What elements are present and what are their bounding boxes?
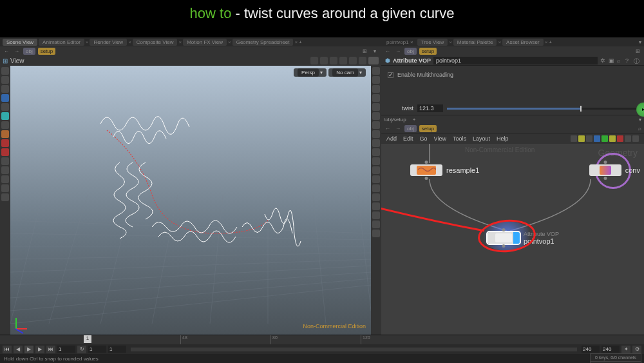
select-icon[interactable] [1,67,9,75]
nav-fwd-icon[interactable]: → [394,126,402,132]
range-end-field[interactable]: 240 [582,346,600,353]
camera-dropdown[interactable]: Persp ▾ [294,68,327,77]
tool-icon[interactable] [339,57,347,64]
net-tool-icon[interactable] [617,135,623,142]
search-icon[interactable]: ⌕ [638,126,641,132]
tool-icon[interactable] [1,157,9,165]
tab-asset-browser[interactable]: Asset Browser [502,39,544,46]
tab-composite[interactable]: Composite View [133,39,178,46]
menu-add[interactable]: Add [386,135,397,142]
pin-icon[interactable]: ⊞ [361,48,368,54]
tool-icon[interactable] [1,139,9,147]
tab-anim-editor[interactable]: Animation Editor [39,39,84,46]
key-icon[interactable]: ✦ [621,346,630,353]
tab-tree-view[interactable]: Tree View [417,39,448,46]
display-icon[interactable] [372,221,380,228]
end-frame-field[interactable]: 240 [601,346,620,353]
menu-help[interactable]: Help [497,135,509,142]
display-dropdown[interactable]: No cam ▾ [328,68,366,77]
display-icon[interactable] [372,193,380,201]
node-convert[interactable]: conv [589,164,640,176]
net-tool-icon[interactable] [609,135,616,142]
display-icon[interactable] [372,157,380,165]
display-icon[interactable] [372,67,380,75]
display-icon[interactable] [372,202,380,210]
tool-icon[interactable] [320,57,328,64]
crumb-setup[interactable]: setup [419,48,437,55]
info-icon[interactable]: ⓘ [634,57,640,64]
tab-material-palette[interactable]: Material Palette [453,39,497,46]
net-tool-icon[interactable] [571,135,577,142]
current-frame-field[interactable]: 1 [57,346,75,353]
display-icon[interactable] [372,211,380,219]
net-tool-icon[interactable] [594,135,600,142]
menu-tools[interactable]: Tools [453,135,466,142]
search-icon[interactable]: ⌕ [617,57,623,64]
last-frame-button[interactable]: ⏭ [46,346,55,353]
tool-icon[interactable] [310,57,318,64]
tool-icon[interactable] [1,184,9,192]
tool-icon[interactable] [1,103,9,111]
range-start-field[interactable]: 1 [108,346,126,353]
crumb-obj[interactable]: obj [404,125,417,132]
menu-icon[interactable]: ▾ [371,48,379,54]
menu-icon[interactable]: ▾ [639,39,641,45]
nav-back-icon[interactable]: ← [3,48,10,54]
timeline-ruler[interactable]: 1 4880120 [0,335,644,344]
display-icon[interactable] [372,112,380,120]
tool-icon[interactable] [1,121,9,129]
network-canvas[interactable]: Non-Commercial Edition Geometry resample… [381,144,644,335]
gear-icon[interactable]: ✲ [600,57,607,64]
tool-icon[interactable] [1,112,9,120]
network-path[interactable]: /obj/setup [384,117,406,123]
display-icon[interactable] [372,130,380,138]
display-icon[interactable] [372,85,380,93]
menu-layout[interactable]: Layout [473,135,490,142]
tab-geo-spreadsheet[interactable]: Geometry Spreadsheet [232,39,294,46]
crumb-obj[interactable]: obj [404,48,417,55]
nav-fwd-icon[interactable]: → [394,48,402,54]
tool-icon[interactable] [359,57,366,64]
tool-icon[interactable] [1,85,9,93]
menu-edit[interactable]: Edit [403,135,413,142]
display-icon[interactable] [372,103,380,111]
loop-icon[interactable]: ↻ [77,346,86,353]
viewport-3d[interactable]: Persp ▾ No cam ▾ Non-Commercial Edition [10,66,371,335]
display-icon[interactable] [372,175,380,183]
display-icon[interactable] [372,139,380,147]
tool-icon[interactable] [1,94,9,102]
twist-value-field[interactable]: 121.3 [417,104,443,112]
menu-icon[interactable]: ▾ [639,117,641,123]
display-icon[interactable] [372,184,380,192]
flag-icon[interactable]: ▣ [609,57,615,64]
settings-icon[interactable]: ⚙ [632,346,641,353]
help-icon[interactable]: ? [625,57,632,64]
tool-icon[interactable] [1,130,9,138]
display-icon[interactable] [372,148,380,156]
start-frame-field[interactable]: 1 [88,346,106,353]
tab-motionfx[interactable]: Motion FX View [183,39,227,46]
tool-icon[interactable] [1,193,9,201]
tool-icon[interactable] [330,57,337,64]
net-tool-icon[interactable] [586,135,592,142]
add-tab-icon[interactable]: + [413,117,416,123]
nav-back-icon[interactable]: ← [384,48,392,54]
pin-icon[interactable]: ⊞ [634,48,641,54]
tab-scene-view[interactable]: Scene View [3,39,37,46]
net-tool-icon[interactable] [625,135,631,142]
tool-icon[interactable] [1,166,9,174]
display-icon[interactable] [372,230,380,237]
crumb-obj[interactable]: obj [23,48,35,55]
multithread-checkbox[interactable] [388,72,393,78]
add-tab-icon[interactable]: + [549,39,552,45]
playhead[interactable]: 1 [84,335,91,343]
nav-back-icon[interactable]: ← [384,126,392,132]
tool-icon[interactable] [1,76,9,84]
net-tool-icon[interactable] [601,135,608,142]
node-resample1[interactable]: resample1 [410,164,479,176]
first-frame-button[interactable]: ⏮ [3,346,12,353]
node-name-field[interactable]: pointvop1 [433,57,598,64]
net-tool-icon[interactable] [578,135,585,142]
add-tab-icon[interactable]: + [299,39,302,45]
display-icon[interactable] [372,76,380,84]
